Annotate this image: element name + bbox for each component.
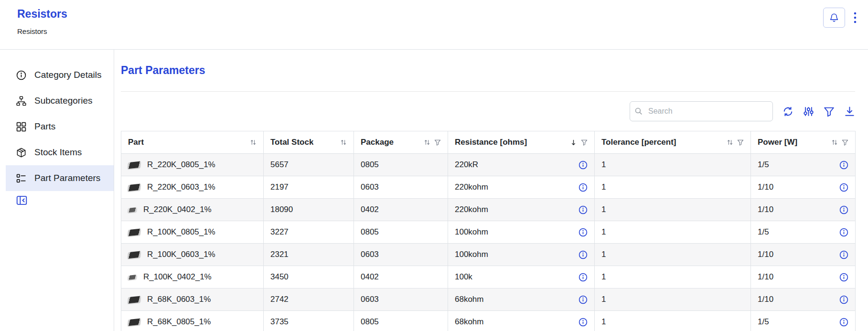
info-icon[interactable] — [579, 205, 588, 214]
filter-button[interactable] — [824, 106, 835, 117]
power-value: 1/10 — [758, 295, 773, 304]
power-value: 1/10 — [758, 182, 773, 192]
part-name: R_68K_0603_1% — [147, 295, 211, 304]
content-layout: Category Details Subcategories — [0, 50, 868, 331]
sort-desc-icon[interactable] — [570, 139, 577, 146]
sidebar-item-subcategories[interactable]: Subcategories — [6, 88, 114, 114]
sidebar-item-stock-items[interactable]: Stock Items — [6, 139, 114, 165]
column-filter-icon[interactable] — [842, 139, 848, 146]
info-icon[interactable] — [579, 228, 588, 237]
tolerance-value: 1 — [601, 317, 606, 326]
sort-icon[interactable] — [727, 139, 733, 146]
column-header-part[interactable]: Part — [121, 131, 264, 154]
total-stock-value: 3227 — [270, 227, 289, 236]
table-row[interactable]: R_100K_0402_1% 3450 0402 100k 1 1/10 — [121, 266, 856, 288]
header-actions — [823, 8, 859, 28]
column-filter-icon[interactable] — [434, 139, 441, 146]
column-header-power[interactable]: Power [W] — [751, 131, 856, 154]
resistance-value: 100k — [455, 272, 472, 282]
column-header-tolerance[interactable]: Tolerance [percent] — [595, 131, 751, 154]
sort-icon[interactable] — [250, 139, 257, 146]
column-header-package[interactable]: Package — [354, 131, 448, 154]
page-header: Resistors Resistors — [0, 0, 868, 50]
search-input[interactable] — [630, 101, 773, 121]
part-thumbnail — [128, 183, 140, 191]
column-filter-icon[interactable] — [581, 139, 588, 146]
total-stock-value: 2197 — [270, 182, 289, 192]
info-icon[interactable] — [579, 318, 588, 327]
package-value: 0603 — [361, 182, 379, 192]
power-value: 1/5 — [758, 317, 769, 327]
tolerance-value: 1 — [601, 205, 606, 214]
info-icon[interactable] — [579, 160, 588, 170]
more-options-button[interactable] — [851, 11, 859, 25]
sort-icon[interactable] — [340, 139, 347, 146]
part-name: R_68K_0805_1% — [147, 317, 211, 327]
info-icon[interactable] — [839, 183, 848, 192]
tolerance-value: 1 — [601, 182, 606, 192]
info-icon[interactable] — [579, 295, 588, 304]
table-header-row: Part Total Stock — [121, 131, 856, 154]
tolerance-value: 1 — [601, 250, 606, 259]
info-icon[interactable] — [839, 250, 848, 259]
info-icon[interactable] — [839, 205, 848, 214]
table-row[interactable]: R_68K_0805_1% 3735 0805 68kohm 1 1/5 — [121, 311, 856, 331]
tolerance-value: 1 — [601, 227, 606, 236]
info-icon[interactable] — [839, 228, 848, 237]
notifications-button[interactable] — [823, 8, 845, 28]
sidebar-item-label: Category Details — [34, 70, 101, 80]
sidebar-item-part-parameters[interactable]: Part Parameters — [6, 165, 114, 191]
sliders-icon — [803, 106, 814, 117]
power-value: 1/10 — [758, 272, 773, 282]
boxes-icon — [16, 148, 26, 158]
part-thumbnail — [128, 251, 140, 258]
column-filter-icon[interactable] — [737, 139, 744, 146]
sidebar-collapse-button[interactable] — [16, 195, 27, 206]
resistance-value: 68kohm — [455, 317, 483, 327]
column-settings-button[interactable] — [803, 106, 814, 117]
info-icon[interactable] — [839, 295, 848, 304]
power-value: 1/10 — [758, 205, 773, 214]
search-icon — [634, 107, 643, 115]
info-icon[interactable] — [579, 250, 588, 259]
info-icon[interactable] — [839, 160, 848, 170]
table-row[interactable]: R_220K_0805_1% 5657 0805 220kR 1 1/5 — [121, 154, 856, 176]
resistance-value: 220kohm — [455, 182, 488, 192]
main-panel: Part Parameters — [114, 50, 868, 331]
info-icon[interactable] — [579, 183, 588, 192]
sidebar-item-label: Parts — [34, 121, 55, 132]
sidebar: Category Details Subcategories — [0, 50, 114, 331]
total-stock-value: 5657 — [270, 160, 289, 169]
info-icon[interactable] — [839, 273, 848, 282]
table-row[interactable]: R_68K_0603_1% 2742 0603 68kohm 1 1/10 — [121, 288, 856, 311]
table-row[interactable]: R_220K_0603_1% 2197 0603 220kohm 1 1/10 — [121, 176, 856, 199]
section-divider — [121, 91, 855, 92]
download-button[interactable] — [844, 106, 855, 117]
breadcrumb[interactable]: Resistors — [17, 27, 859, 35]
sidebar-item-category-details[interactable]: Category Details — [6, 62, 114, 88]
column-header-resistance[interactable]: Resistance [ohms] — [448, 131, 595, 154]
table-row[interactable]: R_100K_0805_1% 3227 0805 100kohm 1 1/5 — [121, 221, 856, 244]
sidebar-item-parts[interactable]: Parts — [6, 114, 114, 139]
part-thumbnail — [128, 207, 137, 212]
refresh-button[interactable] — [782, 106, 793, 117]
info-icon[interactable] — [579, 273, 588, 282]
total-stock-value: 18090 — [270, 205, 293, 214]
power-value: 1/10 — [758, 250, 773, 259]
part-thumbnail — [128, 274, 137, 279]
table-row[interactable]: R_220K_0402_1% 18090 0402 220kohm 1 1/10 — [121, 199, 856, 221]
table-row[interactable]: R_100K_0603_1% 2321 0603 100kohm 1 1/10 — [121, 244, 856, 266]
total-stock-value: 2321 — [270, 250, 289, 259]
info-icon[interactable] — [839, 318, 848, 327]
column-header-total-stock[interactable]: Total Stock — [264, 131, 354, 154]
tolerance-value: 1 — [601, 160, 606, 169]
package-value: 0402 — [361, 272, 379, 281]
sort-icon[interactable] — [831, 139, 838, 146]
power-value: 1/5 — [758, 227, 769, 237]
tolerance-value: 1 — [601, 272, 606, 281]
info-icon — [16, 70, 26, 80]
package-value: 0805 — [361, 227, 379, 236]
sort-icon[interactable] — [424, 139, 430, 146]
part-thumbnail — [128, 296, 140, 303]
filter-icon — [824, 106, 835, 117]
